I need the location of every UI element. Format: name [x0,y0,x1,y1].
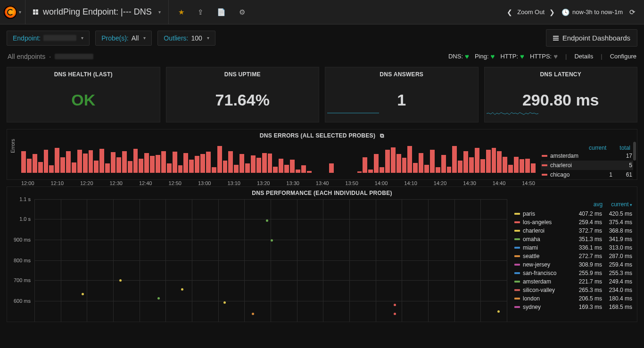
var-outliers[interactable]: Outliers: 100 ▾ [157,31,215,46]
save-icon[interactable]: 📄 [217,8,226,16]
legend-name: amsterdam [550,153,593,159]
panel-dns-health[interactable]: DNS HEALTH (LAST) OK [7,67,160,122]
panel-dns-errors[interactable]: DNS ERRORS (ALL SELECTED PROBES) ⧉ Error… [7,129,637,180]
panel-title: DNS HEALTH (LAST) [54,71,113,78]
legend-swatch [514,272,520,274]
legend-current: 287.0 ms [605,253,632,259]
error-bar [268,154,272,173]
error-bar [284,165,289,173]
legend-row[interactable]: los-angeles259.4 ms375.4 ms [513,218,633,227]
data-point [82,293,84,295]
legend-header-current[interactable]: current [589,145,606,151]
settings-gear-icon[interactable]: ⚙ [239,8,245,16]
legend-current: 180.4 ms [605,295,632,302]
error-bar [94,161,99,173]
legend-row[interactable]: charleroi5 [541,161,633,170]
details-link[interactable]: Details [574,53,593,60]
time-back-icon[interactable]: ❮ [507,8,512,16]
legend-header-total[interactable]: total [619,145,630,151]
x-tick: 12:10 [50,180,64,186]
legend-row[interactable]: silicon-valley265.3 ms234.0 ms [513,286,633,294]
legend-row[interactable]: chicago161 [541,170,633,179]
error-bar [497,151,502,173]
data-point [266,219,268,222]
panel-dns-performance[interactable]: DNS PERFORMANCE (EACH INDIVIDUAL PROBE) … [7,186,637,322]
health-https[interactable]: HTTPS:♥ [530,52,558,60]
error-bar [413,163,418,173]
share-icon[interactable]: ⇪ [198,8,204,16]
legend-header-current[interactable]: current [611,201,632,208]
error-bar [111,152,116,173]
health-http[interactable]: HTTP:♥ [500,52,524,60]
breadcrumb-all-endpoints[interactable]: All endpoints [8,53,45,60]
error-bar [391,147,396,173]
legend-header-avg[interactable]: avg [594,201,603,208]
external-link-icon[interactable]: ⧉ [380,132,384,139]
health-dns[interactable]: DNS:♥ [448,52,469,60]
x-tick: 12:30 [109,180,123,186]
legend-avg: 407.2 ms [575,210,602,217]
legend-row[interactable]: miami336.1 ms313.0 ms [513,243,633,252]
heart-icon: ♥ [520,52,524,60]
endpoint-dashboards-button[interactable]: Endpoint Dashboards [546,29,637,47]
variable-row: Endpoint: ▾ Probe(s): All ▾ Outliers: 10… [0,24,644,47]
errors-plot-area[interactable]: Errors 12:0012:1012:2012:3012:4012:5013:… [21,142,535,179]
clock-icon: 🕓 [561,8,570,16]
legend-row[interactable]: paris407.2 ms420.5 ms [513,210,633,218]
legend-row[interactable]: amsterdam221.7 ms249.4 ms [513,277,633,286]
star-icon[interactable]: ★ [178,8,184,16]
var-outliers-label: Outliers: [164,34,188,42]
panel-dns-uptime[interactable]: DNS UPTIME 71.64% [166,67,320,122]
legend-current: 249.4 ms [605,278,632,285]
grafana-logo[interactable]: ▾ [0,0,25,24]
error-bar [256,158,261,173]
time-forward-icon[interactable]: ❯ [549,8,555,16]
error-bar [116,157,121,173]
dashboard-picker[interactable]: worldPing Endpoint: |--- DNS ▾ [25,0,169,24]
scrollbar[interactable] [633,142,636,179]
legend-row[interactable]: amsterdam17 [541,151,633,161]
chevron-down-icon: ▾ [158,9,161,15]
error-bar [503,157,507,173]
legend-current: 1 [595,171,612,178]
legend-row[interactable]: new-jersey308.9 ms259.4 ms [513,260,633,269]
error-bar [156,155,160,173]
zoom-out-button[interactable]: Zoom Out [517,8,545,16]
panel-dns-answers[interactable]: DNS ANSWERS 1 [325,67,479,122]
legend-row[interactable]: charleroi372.7 ms368.8 ms [513,227,633,235]
var-probes[interactable]: Probe(s): All ▾ [95,31,152,46]
refresh-icon[interactable]: ⟳ [629,8,636,16]
perf-plot-area[interactable]: 1.1 s1.0 s900 ms800 ms700 ms600 ms [34,199,507,322]
legend-avg: 206.5 ms [575,295,602,302]
legend-swatch [514,247,520,249]
error-bar [430,150,435,173]
legend-current: 234.0 ms [605,287,632,293]
legend-row[interactable]: omaha351.3 ms341.9 ms [513,235,633,243]
var-endpoint[interactable]: Endpoint: ▾ [7,31,90,46]
legend-row[interactable]: london206.5 ms180.4 ms [513,294,633,303]
legend-name: miami [523,244,572,251]
error-bar [66,151,71,173]
data-point [271,239,273,242]
x-tick: 14:50 [522,180,535,186]
legend-row[interactable]: sydney169.3 ms168.5 ms [513,303,633,311]
legend-row[interactable]: san-francisco255.9 ms255.3 ms [513,269,633,277]
legend-row[interactable]: seattle272.7 ms287.0 ms [513,252,633,260]
error-bar [217,146,222,173]
dashboard-title: worldPing Endpoint: |--- DNS [43,7,152,17]
x-tick: 14:20 [434,180,447,186]
panel-title: DNS LATENCY [540,71,581,78]
error-bar [296,170,300,173]
panel-dns-latency[interactable]: DNS LATENCY 290.80 ms [484,67,638,122]
error-bar [173,152,177,173]
legend-avg: 336.1 ms [575,244,602,251]
configure-link[interactable]: Configure [610,53,636,60]
chevron-down-icon: ▾ [143,35,146,40]
error-bar [452,146,457,173]
health-ping[interactable]: Ping:♥ [475,52,495,60]
time-range-picker[interactable]: 🕓 now-3h to now-1m [561,8,623,16]
y-tick: 700 ms [14,277,31,283]
legend-current: 168.5 ms [605,304,632,310]
legend-name: new-jersey [523,261,572,268]
legend-swatch [514,255,520,257]
